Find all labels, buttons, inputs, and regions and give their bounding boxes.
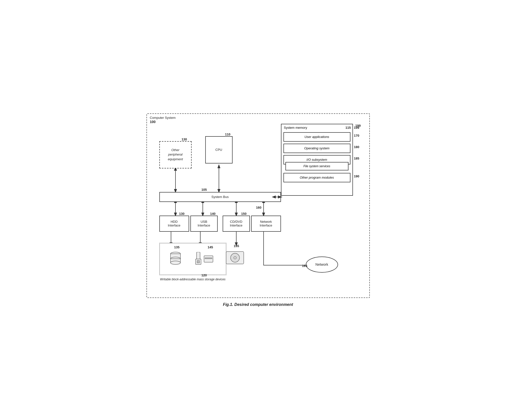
num-145: 145: [208, 245, 213, 249]
num-165: 165: [302, 264, 308, 268]
other-peripheral-box: Otherperipheralequipment: [159, 141, 192, 168]
num-130: 130: [179, 212, 185, 216]
figure-caption: Fig.1. Desired computer environment: [223, 302, 293, 307]
user-applications-label: User applications: [305, 135, 329, 139]
other-peripheral-label: Otherperipheralequipment: [168, 148, 183, 162]
usb-interface-box: USBInterface: [190, 216, 218, 232]
num-190: 190: [354, 174, 359, 178]
network-interface-label: NetworkInterface: [260, 220, 272, 227]
diagram: Otherperipheralequipment 130 CPU 110 Sys…: [152, 121, 364, 290]
system-bus-box: System Bus: [159, 192, 281, 202]
num-155: 155: [234, 244, 239, 248]
usb-devices: [192, 248, 216, 270]
page-wrapper: Computer System 100: [146, 113, 370, 307]
system-memory-label: System memory: [284, 126, 307, 129]
num-160: 160: [256, 206, 262, 209]
num-199-out: 199: [355, 124, 361, 128]
file-system-box: File system services: [285, 162, 348, 170]
svg-rect-21: [197, 252, 200, 259]
cddvd-interface-box: CD/DVDInterface: [223, 216, 250, 232]
cddvd-interface-label: CD/DVDInterface: [230, 220, 242, 227]
storage-label: Writable block-addressable mass storage …: [159, 278, 226, 281]
num-180: 180: [354, 145, 359, 149]
svg-point-29: [235, 257, 236, 258]
sys-mem-num: 115: [345, 126, 351, 129]
other-program-modules-label: Other program modules: [300, 176, 334, 179]
network-label: Network: [315, 262, 328, 266]
num-105: 105: [202, 188, 207, 192]
network-interface-box: NetworkInterface: [251, 216, 281, 232]
svg-rect-24: [204, 256, 213, 262]
operating-system-label: Operating system: [304, 146, 330, 150]
other-program-modules-box: Other program modules: [283, 173, 350, 182]
io-subsystem-label: I/O subsystem: [307, 158, 327, 162]
num-135: 135: [174, 245, 180, 249]
user-applications-box: User applications: [283, 132, 350, 142]
system-memory-box: System memory 115 199 User applications …: [281, 124, 353, 196]
hdd-interface-box: HDDInterface: [159, 216, 189, 232]
cpu-label: CPU: [215, 148, 222, 152]
num-140: 140: [210, 212, 216, 216]
num-125: 130: [182, 137, 187, 141]
outer-box: Computer System 100: [146, 113, 370, 298]
hdd-interface-label: HDDInterface: [168, 220, 180, 227]
num-185: 185: [354, 157, 359, 160]
svg-point-20: [171, 261, 180, 264]
hdd-icon-svg: [169, 251, 182, 267]
svg-rect-23: [197, 260, 200, 263]
usb-stick-icon: [195, 252, 202, 266]
card-reader-icon: [204, 255, 213, 263]
operating-system-box: Operating system: [283, 144, 350, 153]
num-120: 120: [202, 273, 207, 277]
system-bus-label: System Bus: [211, 195, 229, 199]
svg-rect-25: [205, 258, 212, 259]
hdd-device: [166, 248, 185, 270]
num-110: 110: [225, 132, 231, 136]
cddvd-device: [223, 248, 247, 268]
computer-system-label: Computer System: [150, 116, 176, 120]
usb-interface-label: USBInterface: [198, 220, 210, 227]
network-ellipse: Network: [306, 257, 338, 273]
num-170: 170: [354, 134, 359, 137]
cpu-box: CPU: [205, 136, 233, 163]
cddvd-icon-svg: [226, 250, 244, 265]
file-system-label: File system services: [303, 164, 330, 168]
num-150: 150: [241, 212, 247, 216]
